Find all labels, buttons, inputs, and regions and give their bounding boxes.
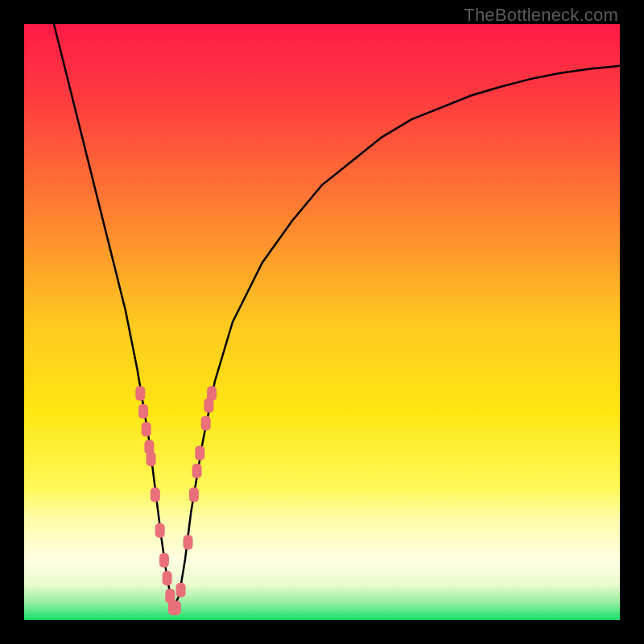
curve-marker <box>176 583 186 597</box>
bottleneck-curve <box>54 24 620 608</box>
bottleneck-curve-svg <box>24 24 620 620</box>
curve-marker <box>201 416 211 431</box>
curve-marker <box>163 571 172 585</box>
curve-marker <box>151 488 160 502</box>
curve-marker <box>207 386 217 401</box>
curve-marker <box>135 386 145 401</box>
chart-frame: TheBottleneck.com <box>0 0 644 644</box>
curve-marker <box>142 422 151 436</box>
curve-marker <box>159 553 169 568</box>
plot-area <box>24 24 620 620</box>
curve-marker <box>138 404 148 419</box>
curve-marker <box>147 452 156 466</box>
curve-marker <box>171 601 181 615</box>
curve-marker <box>195 446 204 460</box>
curve-marker <box>189 488 199 502</box>
curve-marker <box>155 523 165 538</box>
curve-marker <box>192 464 202 478</box>
curve-marker <box>184 535 193 550</box>
watermark-text: TheBottleneck.com <box>464 5 618 26</box>
